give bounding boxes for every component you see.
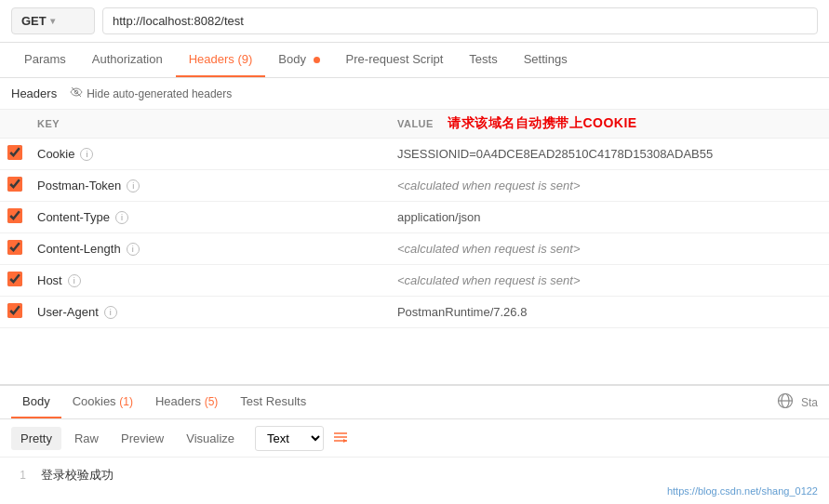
tab-body[interactable]: Body [265,43,332,77]
key-label: User-Agent [37,305,99,319]
info-icon[interactable]: i [68,274,81,287]
wrap-button[interactable] [328,425,354,451]
row-value-cell: PostmanRuntime/7.26.8 [390,297,829,328]
tab-body-label: Body [278,52,306,66]
info-icon[interactable]: i [104,306,117,319]
col-key-header: KEY [30,110,390,139]
app-container: GET ▾ Params Authorization Headers (9) B… [0,0,829,504]
table-row: User-Agent i PostmanRuntime/7.26.8 [0,297,829,328]
tab-pre-request[interactable]: Pre-request Script [333,43,457,77]
row-value-cell: <calculated when request is sent> [390,170,829,202]
cookie-annotation: 请求该域名自动携带上cookie [448,115,636,130]
row-key-cell: Content-Length i [30,233,390,265]
tab-body-dot [314,57,320,63]
resp-tab-raw[interactable]: Raw [65,427,108,450]
headers-table: KEY VALUE 请求该域名自动携带上cookie [0,110,829,328]
row-check-cell [0,297,30,328]
row-key-cell: Cookie i [30,139,390,170]
resp-tab-pretty[interactable]: Pretty [11,427,61,450]
bottom-right-icons: Sta [777,392,818,413]
tab-params[interactable]: Params [11,43,79,77]
tab-tests[interactable]: Tests [456,43,510,77]
resp-tab-preview[interactable]: Preview [112,427,173,450]
method-chevron: ▾ [50,16,55,26]
hide-auto-headers-button[interactable]: Hide auto-generated headers [64,84,237,103]
table-row: Postman-Token i <calculated when request… [0,170,829,202]
info-icon[interactable]: i [115,211,128,224]
sub-header-label: Headers [11,86,57,100]
tab-settings[interactable]: Settings [511,43,581,77]
status-label: Sta [801,396,818,409]
line-number: 1 [11,469,26,482]
url-bar: GET ▾ [0,0,829,43]
watermark: https://blog.csdn.net/shang_0122 [667,485,818,497]
bottom-tab-body[interactable]: Body [11,386,61,418]
row-checkbox[interactable] [7,303,22,318]
col-value-header: VALUE 请求该域名自动携带上cookie [390,110,829,139]
headers-badge: (5) [205,395,219,408]
eye-icon [70,86,83,101]
cookies-label: Cookies [73,394,116,408]
bottom-tab-headers[interactable]: Headers (5) [144,386,229,418]
table-row: Host i <calculated when request is sent> [0,265,829,297]
key-label: Content-Length [37,242,121,256]
row-checkbox[interactable] [7,145,22,160]
sub-header: Headers Hide auto-generated headers [0,78,829,110]
row-key-cell: Postman-Token i [30,170,390,202]
code-text: 登录校验成功 [41,467,114,484]
row-check-cell [0,202,30,233]
row-checkbox[interactable] [7,208,22,223]
tab-authorization[interactable]: Authorization [79,43,176,77]
info-icon[interactable]: i [127,179,140,192]
method-label: GET [21,14,47,28]
row-value-cell: <calculated when request is sent> [390,265,829,297]
format-select[interactable]: Text JSON HTML XML [255,426,324,451]
row-key-cell: Host i [30,265,390,297]
hide-auto-label: Hide auto-generated headers [87,87,232,100]
request-tabs: Params Authorization Headers (9) Body Pr… [0,43,829,78]
bottom-tabs-row: Body Cookies (1) Headers (5) Test Result… [0,386,829,419]
code-area: 1 登录校验成功 [0,458,829,504]
row-value-cell: JSESSIONID=0A4DCE8EAD28510C4178D15308ADA… [390,139,829,170]
info-icon[interactable]: i [127,243,140,256]
row-check-cell [0,170,30,202]
row-check-cell [0,233,30,265]
table-row: Content-Length i <calculated when reques… [0,233,829,265]
key-label: Cookie [37,147,74,161]
value-header-label: VALUE [397,118,434,129]
table-row: Content-Type i application/json [0,202,829,233]
row-value-cell: <calculated when request is sent> [390,233,829,265]
resp-tab-visualize[interactable]: Visualize [177,427,244,450]
row-checkbox[interactable] [7,272,22,286]
col-check-header [0,110,30,139]
key-label: Postman-Token [37,179,121,192]
response-toolbar: Pretty Raw Preview Visualize Text JSON H… [0,419,829,458]
format-select-wrap: Text JSON HTML XML [255,426,324,451]
row-checkbox[interactable] [7,177,22,192]
url-input[interactable] [102,7,818,34]
code-line: 1 登录校验成功 [0,465,829,485]
cookies-badge: (1) [119,395,133,408]
headers-label: Headers [155,394,201,408]
tab-headers[interactable]: Headers (9) [176,43,266,77]
row-key-cell: User-Agent i [30,297,390,328]
row-check-cell [0,139,30,170]
info-icon[interactable]: i [80,148,93,161]
headers-section: KEY VALUE 请求该域名自动携带上cookie [0,110,829,384]
row-checkbox[interactable] [7,240,22,255]
bottom-tab-test-results[interactable]: Test Results [229,386,317,418]
row-key-cell: Content-Type i [30,202,390,233]
row-check-cell [0,265,30,297]
row-value-cell: application/json [390,202,829,233]
method-select[interactable]: GET ▾ [11,7,95,34]
key-label: Host [37,273,62,287]
globe-icon[interactable] [777,392,794,413]
headers-table-body: Cookie i JSESSIONID=0A4DCE8EAD28510C4178… [0,139,829,328]
tab-headers-label: Headers (9) [189,52,253,66]
table-header-row: KEY VALUE 请求该域名自动携带上cookie [0,110,829,139]
bottom-tab-cookies[interactable]: Cookies (1) [61,386,144,418]
table-row: Cookie i JSESSIONID=0A4DCE8EAD28510C4178… [0,139,829,170]
key-label: Content-Type [37,210,110,224]
